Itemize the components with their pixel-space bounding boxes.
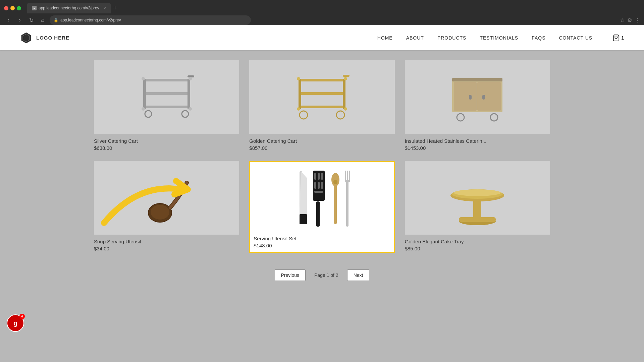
svg-rect-32 xyxy=(469,95,472,100)
svg-rect-17 xyxy=(299,106,345,108)
cart-svg xyxy=(612,34,620,42)
notification-badge[interactable]: g 6 xyxy=(7,314,24,332)
svg-point-9 xyxy=(182,111,189,117)
forward-button[interactable]: › xyxy=(15,16,24,24)
cake-tray-svg xyxy=(444,166,511,230)
reload-button[interactable]: ↻ xyxy=(27,16,36,24)
nav-contact[interactable]: CONTACT US xyxy=(559,35,592,41)
svg-point-12 xyxy=(189,77,192,80)
svg-rect-3 xyxy=(143,79,190,81)
cart-icon[interactable]: 1 xyxy=(612,34,624,42)
extensions-icon[interactable]: ⚙ xyxy=(627,17,632,23)
product-image-1 xyxy=(94,60,239,134)
svg-rect-43 xyxy=(318,173,320,180)
svg-rect-15 xyxy=(299,79,345,81)
product-card-5[interactable]: Serving Utensil Set $148.00 xyxy=(249,161,394,253)
maximize-button[interactable] xyxy=(17,6,21,10)
product-image-6 xyxy=(405,161,550,235)
product-image-3 xyxy=(405,60,550,134)
product-image-4 xyxy=(94,161,239,235)
svg-rect-7 xyxy=(187,79,190,109)
nav-testimonials[interactable]: TESTIMONIALS xyxy=(480,35,518,41)
nav-faqs[interactable]: FAQS xyxy=(532,35,545,41)
product-info-4: Soup Serving Utensil $34.00 xyxy=(94,235,239,251)
close-button[interactable] xyxy=(4,6,8,10)
browser-nav: ‹ › ↻ ⌂ 🔒 app.leadconnectorhq.com/v2/pre… xyxy=(0,13,644,27)
product-price-6: $85.00 xyxy=(405,246,550,251)
svg-point-24 xyxy=(344,77,347,80)
next-button[interactable]: Next xyxy=(347,269,370,281)
svg-rect-6 xyxy=(143,79,146,109)
svg-rect-55 xyxy=(349,171,350,181)
nav-links: HOME ABOUT PRODUCTS TESTIMONIALS FAQS CO… xyxy=(377,34,624,42)
svg-rect-4 xyxy=(143,92,190,95)
product-card-6[interactable]: Golden Elegant Cake Tray $85.00 xyxy=(405,161,550,253)
logo-area[interactable]: LOGO HERE xyxy=(20,32,69,44)
active-tab[interactable]: ● app.leadconnectorhq.com/v2/prev ✕ xyxy=(27,3,111,13)
svg-rect-44 xyxy=(321,173,323,180)
utensil-set-svg xyxy=(290,168,354,230)
product-name-4: Soup Serving Utensil xyxy=(94,239,239,244)
product-image-2 xyxy=(249,60,394,134)
nav-about[interactable]: ABOUT xyxy=(406,35,424,41)
svg-rect-47 xyxy=(321,182,323,189)
traffic-lights xyxy=(4,6,21,10)
product-price-3: $1453.00 xyxy=(405,145,550,151)
svg-rect-45 xyxy=(314,182,316,189)
product-price-5: $148.00 xyxy=(254,243,390,248)
new-tab-button[interactable]: + xyxy=(111,5,120,12)
logo-icon xyxy=(20,32,32,44)
svg-rect-52 xyxy=(334,185,337,224)
product-card-1[interactable]: Silver Catering Cart $638.00 xyxy=(94,60,239,151)
svg-point-20 xyxy=(300,111,308,119)
svg-point-38 xyxy=(151,205,169,220)
product-card-2[interactable]: Golden Catering Cart $857.00 xyxy=(249,60,394,151)
svg-rect-19 xyxy=(343,79,345,109)
menu-icon[interactable]: ⋮ xyxy=(635,17,640,23)
nav-home[interactable]: HOME xyxy=(377,35,393,41)
svg-point-14 xyxy=(189,107,192,111)
address-bar[interactable]: 🔒 app.leadconnectorhq.com/v2/prev xyxy=(50,15,251,25)
product-card-4[interactable]: Soup Serving Utensil $34.00 xyxy=(94,161,239,253)
logo-text: LOGO HERE xyxy=(36,35,69,41)
tab-close-button[interactable]: ✕ xyxy=(103,6,106,10)
home-button[interactable]: ⌂ xyxy=(38,16,47,24)
product-name-6: Golden Elegant Cake Tray xyxy=(405,239,550,244)
browser-chrome: ● app.leadconnectorhq.com/v2/prev ✕ + ‹ … xyxy=(0,0,644,25)
soup-utensil-svg xyxy=(133,166,200,230)
page-content: LOGO HERE HOME ABOUT PRODUCTS TESTIMONIA… xyxy=(0,25,644,362)
previous-button[interactable]: Previous xyxy=(275,269,306,281)
minimize-button[interactable] xyxy=(10,6,15,10)
notif-count: 6 xyxy=(19,314,25,319)
notif-letter: g xyxy=(13,319,17,327)
product-name-3: Insulated Heated Stainless Caterin... xyxy=(405,138,550,144)
svg-rect-49 xyxy=(316,201,320,227)
svg-point-64 xyxy=(454,189,501,196)
svg-rect-57 xyxy=(346,181,348,227)
nav-products[interactable]: PRODUCTS xyxy=(437,35,467,41)
product-price-1: $638.00 xyxy=(94,145,239,151)
browser-actions: ☆ ⚙ ⋮ xyxy=(620,17,640,23)
url-text: app.leadconnectorhq.com/v2/prev xyxy=(60,18,121,22)
pagination: Previous Page 1 of 2 Next xyxy=(94,263,550,294)
product-name-2: Golden Catering Cart xyxy=(249,138,394,144)
svg-rect-33 xyxy=(482,95,485,100)
insulated-cart-svg xyxy=(444,65,511,129)
product-card-3[interactable]: Insulated Heated Stainless Caterin... $1… xyxy=(405,60,550,151)
svg-point-51 xyxy=(333,180,337,184)
svg-point-50 xyxy=(331,173,339,186)
product-price-2: $857.00 xyxy=(249,145,394,151)
svg-point-8 xyxy=(145,111,152,117)
product-name-1: Silver Catering Cart xyxy=(94,138,239,144)
bookmark-icon[interactable]: ☆ xyxy=(620,17,625,23)
back-button[interactable]: ‹ xyxy=(4,16,13,24)
svg-point-35 xyxy=(457,114,464,121)
svg-rect-10 xyxy=(187,75,194,77)
svg-rect-30 xyxy=(477,82,501,111)
product-price-4: $34.00 xyxy=(94,246,239,251)
svg-point-26 xyxy=(344,107,347,111)
svg-rect-42 xyxy=(314,173,316,180)
svg-rect-29 xyxy=(454,82,477,111)
tab-label: app.leadconnectorhq.com/v2/prev xyxy=(39,6,99,10)
svg-rect-46 xyxy=(318,182,320,189)
